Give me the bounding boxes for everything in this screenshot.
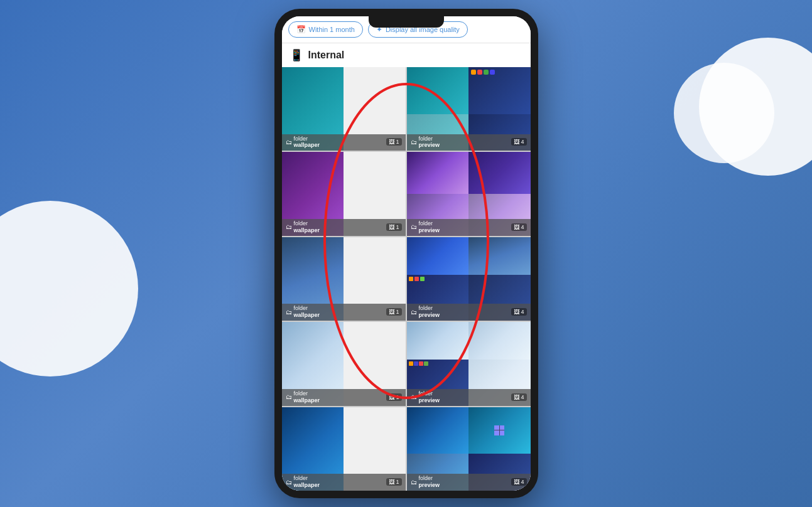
count-value-4: 1	[396, 394, 399, 400]
folder-icon-3: 🗂	[286, 309, 292, 316]
count-icon-5: 🖼	[389, 479, 394, 485]
folder-preview-3[interactable]: 🗂 folder preview 🖼 4	[407, 237, 531, 321]
internal-storage-icon: 📱	[290, 48, 303, 62]
count-icon-4: 🖼	[389, 394, 394, 400]
count-value-p2: 4	[521, 224, 524, 230]
preview-cell-4-1	[407, 322, 469, 360]
folder-name-5: folder	[294, 476, 320, 482]
preview-cell-2-2	[468, 152, 531, 194]
folder-icon-p1: 🗂	[411, 139, 417, 146]
phone-screen: 📅 Within 1 month ✦ Display all image qua…	[282, 16, 531, 491]
folder-name-p4: folder	[419, 391, 440, 397]
folder-label-2: 🗂 folder wallpaper 🖼 1	[282, 219, 406, 236]
folder-preview-1[interactable]: 🗂 folder preview 🖼 4	[407, 67, 531, 151]
folder-label-p2: 🗂 folder preview 🖼 4	[407, 219, 531, 236]
folder-wallpaper-1[interactable]: 🗂 folder wallpaper 🖼 1	[282, 67, 406, 151]
phone-device: 📅 Within 1 month ✦ Display all image qua…	[274, 9, 538, 498]
preview-cell-2-1	[407, 152, 469, 194]
count-icon-p1: 🖼	[514, 139, 519, 145]
folder-label-4: 🗂 folder wallpaper 🖼 1	[282, 389, 406, 406]
preview-cell-5-1	[407, 407, 469, 454]
folder-count-5: 🖼 1	[386, 478, 401, 486]
folder-wallpaper-5[interactable]: 🗂 folder wallpaper 🖼 1	[282, 407, 406, 491]
count-value-1: 1	[396, 139, 399, 145]
count-icon-3: 🖼	[389, 309, 394, 315]
folder-subname-3: wallpaper	[294, 312, 320, 318]
folder-preview-4[interactable]: 🗂 folder preview 🖼 4	[407, 322, 531, 405]
within-month-label: Within 1 month	[309, 26, 355, 33]
calendar-icon: 📅	[296, 25, 306, 34]
folder-count-p3: 🖼 4	[511, 308, 526, 316]
folder-subname-p1: preview	[419, 142, 440, 148]
folder-name-line1-1: folder	[294, 136, 320, 142]
folder-count-p4: 🖼 4	[511, 393, 526, 401]
count-value-3: 1	[396, 309, 399, 315]
preview-cell-1-2	[468, 67, 531, 114]
folder-icon-5: 🗂	[286, 479, 292, 486]
folder-wallpaper-4[interactable]: 🗂 folder wallpaper 🖼 1	[282, 322, 406, 405]
folder-icon-2: 🗂	[286, 223, 292, 230]
count-value-p4: 4	[521, 394, 524, 400]
preview-cell-1-1	[407, 67, 469, 114]
folder-icon-p3: 🗂	[411, 309, 417, 316]
folder-count-p5: 🖼 4	[511, 478, 526, 486]
preview-cell-3-2	[468, 237, 531, 275]
preview-cell-4-2	[468, 322, 531, 360]
count-icon-p2: 🖼	[514, 224, 519, 230]
folder-name-p3: folder	[419, 306, 440, 312]
folder-subname-p5: preview	[419, 482, 440, 488]
preview-cell-5-2	[468, 407, 531, 454]
folder-name-p5: folder	[419, 476, 440, 482]
folder-label-p4: 🗂 folder preview 🖼 4	[407, 389, 531, 406]
folder-count-1: 🖼 1	[386, 138, 401, 146]
count-value-2: 1	[396, 224, 399, 230]
folder-label-1: 🗂 folder wallpaper 🖼 1	[282, 134, 406, 151]
count-value-p5: 4	[521, 479, 524, 485]
folder-subname-5: wallpaper	[294, 482, 320, 488]
folder-label-p3: 🗂 folder preview 🖼 4	[407, 304, 531, 321]
folder-name-p1: folder	[419, 136, 440, 142]
count-value-p3: 4	[521, 309, 524, 315]
section-header: 📱 Internal	[282, 43, 531, 67]
folder-count-p1: 🖼 4	[511, 138, 526, 146]
count-value-p1: 4	[521, 139, 524, 145]
folder-icon-p5: 🗂	[411, 479, 417, 486]
folder-icon-1: 🗂	[286, 139, 292, 146]
folder-subname-p2: preview	[419, 227, 440, 233]
folder-name-3: folder	[294, 306, 320, 312]
folder-grid: 🗂 folder wallpaper 🖼 1	[282, 67, 531, 491]
folder-count-3: 🖼 1	[386, 308, 401, 316]
preview-cell-3-1	[407, 237, 469, 275]
count-icon-p4: 🖼	[514, 394, 519, 400]
folder-label-5: 🗂 folder wallpaper 🖼 1	[282, 474, 406, 491]
folder-label-p5: 🗂 folder preview 🖼 4	[407, 474, 531, 491]
within-month-button[interactable]: 📅 Within 1 month	[288, 21, 363, 38]
folder-count-p2: 🖼 4	[511, 223, 526, 231]
section-title: Internal	[308, 50, 345, 61]
folder-subname-p4: preview	[419, 397, 440, 403]
count-value-5: 1	[396, 479, 399, 485]
folder-subname-4: wallpaper	[294, 397, 320, 403]
folder-wallpaper-2[interactable]: 🗂 folder wallpaper 🖼 1	[282, 152, 406, 235]
folder-count-2: 🖼 1	[386, 223, 401, 231]
count-icon-1: 🖼	[389, 139, 394, 145]
count-icon-2: 🖼	[389, 224, 394, 230]
folder-wallpaper-3[interactable]: 🗂 folder wallpaper 🖼 1	[282, 237, 406, 321]
phone-notch	[369, 16, 444, 28]
folder-name-2: folder	[294, 221, 320, 227]
folder-label-3: 🗂 folder wallpaper 🖼 1	[282, 304, 406, 321]
folder-icon-p2: 🗂	[411, 223, 417, 230]
folder-icon-p4: 🗂	[411, 393, 417, 400]
folder-count-4: 🖼 1	[386, 393, 401, 401]
folder-name-p2: folder	[419, 221, 440, 227]
folder-label-p1: 🗂 folder preview 🖼 4	[407, 134, 531, 151]
folder-icon-4: 🗂	[286, 393, 292, 400]
folder-preview-2[interactable]: 🗂 folder preview 🖼 4	[407, 152, 531, 235]
folder-subname-1: wallpaper	[294, 142, 320, 148]
folder-subname-2: wallpaper	[294, 227, 320, 233]
count-icon-p3: 🖼	[514, 309, 519, 315]
folder-subname-p3: preview	[419, 312, 440, 318]
count-icon-p5: 🖼	[514, 479, 519, 485]
folder-preview-5[interactable]: 🗂 folder preview 🖼 4	[407, 407, 531, 491]
folder-name-4: folder	[294, 391, 320, 397]
